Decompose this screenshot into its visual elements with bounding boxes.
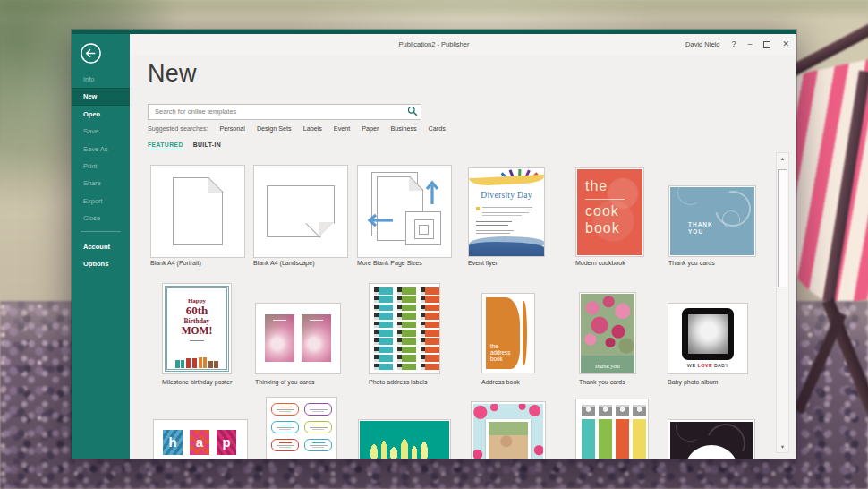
label-column-teal bbox=[374, 287, 393, 370]
thank-you-script: thank you bbox=[595, 363, 619, 370]
album-text-baby: BABY bbox=[714, 363, 728, 368]
template-tile-milestone-birthday-poster[interactable]: Happy 60th Birthday MOM! bbox=[162, 283, 232, 374]
banner-letter-p: p bbox=[222, 434, 230, 450]
blank-portrait-page bbox=[173, 177, 223, 245]
template-tile-more-blank-page-sizes[interactable] bbox=[357, 165, 452, 258]
sidebar-item-options[interactable]: Options bbox=[72, 255, 130, 272]
template-label: More Blank Page Sizes bbox=[357, 260, 422, 266]
banner-letter-block-a: a bbox=[190, 430, 209, 455]
suggested-search-labels[interactable]: Labels bbox=[303, 124, 322, 133]
scroll-up-arrow[interactable]: ▲ bbox=[777, 153, 788, 164]
thank-you-text-2: YOU bbox=[688, 228, 713, 236]
template-list-scrollbar[interactable]: ▲ ▼ bbox=[776, 152, 789, 453]
template-tile-thank-you-cards-pink[interactable]: thank you bbox=[579, 292, 636, 374]
gift-label bbox=[304, 421, 332, 433]
gift-label bbox=[271, 403, 299, 416]
template-tile-thinking-of-you-cards[interactable] bbox=[255, 303, 341, 374]
scrollbar-thumb[interactable] bbox=[778, 169, 787, 287]
suggested-search-event[interactable]: Event bbox=[334, 124, 350, 133]
album-text-love: LOVE bbox=[697, 363, 712, 368]
template-tile-dark-swirl-card[interactable] bbox=[668, 419, 755, 459]
gift-label bbox=[271, 439, 299, 451]
banner-letter-block-p: p bbox=[217, 430, 236, 455]
tab-featured[interactable]: FEATURED bbox=[148, 142, 183, 150]
template-label: Baby photo album bbox=[668, 379, 718, 385]
suggested-search-cards[interactable]: Cards bbox=[429, 124, 446, 133]
template-tile-teal-card[interactable] bbox=[358, 419, 451, 459]
thank-you-card-face: THANK YOU bbox=[670, 187, 754, 255]
tab-built-in[interactable]: BUILT-IN bbox=[193, 142, 221, 150]
template-label: Thank you cards bbox=[579, 379, 625, 385]
template-label: Event flyer bbox=[468, 260, 498, 266]
template-tile-gift-labels[interactable] bbox=[266, 397, 337, 459]
gift-label bbox=[271, 421, 299, 433]
template-label: Blank A4 (Landscape) bbox=[253, 260, 315, 266]
search-input[interactable] bbox=[148, 104, 421, 120]
poster-line-birthday: Birthday bbox=[169, 317, 225, 325]
gift-label bbox=[304, 439, 332, 451]
search-button[interactable] bbox=[407, 104, 418, 115]
sidebar-item-close[interactable]: Close bbox=[72, 210, 130, 227]
sidebar-item-new[interactable]: New bbox=[72, 88, 130, 105]
template-tile-photo-bookmarks[interactable] bbox=[575, 399, 649, 459]
template-tile-photo-address-labels[interactable] bbox=[369, 283, 440, 374]
template-tile-baby-photo-album[interactable]: WE LOVE BABY bbox=[668, 303, 748, 374]
cookbook-subtitle-line bbox=[585, 199, 625, 200]
bookmark-green bbox=[599, 405, 612, 459]
template-tile-kid-photo-card[interactable] bbox=[471, 401, 546, 459]
page-title: New bbox=[148, 60, 197, 88]
flower-card-photo bbox=[302, 314, 331, 362]
bookmark-orange bbox=[616, 405, 629, 459]
template-tile-blank-a4-portrait[interactable] bbox=[150, 165, 245, 258]
sidebar-item-open[interactable]: Open bbox=[72, 106, 130, 123]
scroll-down-arrow[interactable]: ▼ bbox=[777, 442, 788, 452]
poster-line-60th: 60th bbox=[169, 305, 225, 317]
flyer-text-line bbox=[476, 221, 512, 222]
template-tile-blank-a4-landscape[interactable] bbox=[253, 165, 348, 258]
bookmark-yellow bbox=[633, 405, 646, 459]
minimize-icon[interactable]: – bbox=[747, 40, 752, 48]
maximize-icon[interactable] bbox=[763, 41, 770, 48]
flyer-text-line bbox=[482, 212, 529, 213]
sidebar-item-share[interactable]: Share bbox=[72, 175, 130, 192]
sidebar-item-account[interactable]: Account bbox=[72, 238, 130, 255]
size-box-outer bbox=[405, 211, 441, 245]
banner-letter-block-h: h bbox=[163, 430, 183, 455]
flower-card-photo bbox=[265, 314, 294, 362]
address-book-line-the: the bbox=[490, 343, 510, 349]
suggested-searches: Suggested searches: Personal Design Sets… bbox=[148, 124, 446, 133]
address-book-line-book: book bbox=[490, 356, 510, 362]
sidebar-item-info[interactable]: Info bbox=[72, 71, 130, 88]
sidebar-item-save-as[interactable]: Save As bbox=[72, 141, 130, 158]
poster-line-mom: MOM! bbox=[169, 325, 225, 337]
template-tile-modern-cookbook[interactable]: the cook book bbox=[575, 167, 644, 257]
gift-box bbox=[208, 361, 218, 368]
help-icon[interactable]: ? bbox=[731, 40, 736, 48]
sidebar-item-save[interactable]: Save bbox=[72, 123, 130, 140]
label-column-green bbox=[397, 287, 416, 370]
template-label: Blank A4 (Portrait) bbox=[150, 260, 201, 266]
sidebar-item-export[interactable]: Export bbox=[72, 193, 130, 210]
sidebar-item-print[interactable]: Print bbox=[72, 158, 130, 175]
suggested-search-design-sets[interactable]: Design Sets bbox=[257, 124, 292, 133]
close-icon[interactable]: ✕ bbox=[782, 40, 789, 48]
suggested-search-business[interactable]: Business bbox=[390, 124, 416, 133]
suggested-search-paper[interactable]: Paper bbox=[362, 124, 379, 133]
signed-in-user[interactable]: David Nield bbox=[685, 40, 719, 48]
gift-label bbox=[304, 403, 332, 416]
blank-landscape-page bbox=[267, 185, 335, 237]
publisher-window: Publication2 - Publisher David Nield ? –… bbox=[72, 30, 796, 459]
template-tile-thank-you-cards-blue[interactable]: THANK YOU bbox=[668, 185, 756, 257]
size-box-inner bbox=[414, 219, 434, 239]
template-tile-birthday-banner[interactable]: h a p bbox=[153, 419, 248, 459]
flyer-bottom-wave bbox=[469, 242, 544, 256]
flower-card-script-line bbox=[310, 320, 323, 321]
blossom-photo: thank you bbox=[581, 294, 634, 373]
template-tile-event-flyer[interactable]: Diversity Day bbox=[468, 167, 545, 257]
template-tile-address-book[interactable]: the address book bbox=[481, 293, 535, 373]
teal-card-face bbox=[360, 421, 449, 459]
gift-box bbox=[199, 357, 207, 368]
suggested-search-personal[interactable]: Personal bbox=[220, 124, 245, 133]
thank-you-text-1: THANK bbox=[688, 221, 713, 228]
back-button[interactable] bbox=[80, 42, 102, 64]
